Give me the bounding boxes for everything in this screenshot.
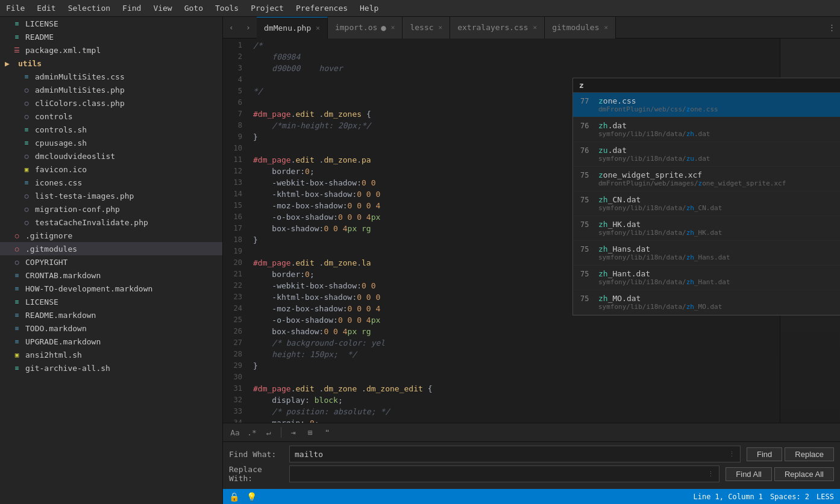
replace-input[interactable] — [290, 470, 702, 479]
replace-button[interactable]: Replace — [785, 447, 834, 461]
sidebar-item-gitignore[interactable]: ○ .gitignore — [0, 229, 222, 242]
tab-nav-next[interactable]: › — [240, 17, 257, 39]
tabs-overflow-btn[interactable]: ⋮ — [823, 17, 840, 39]
sidebar-item-ansi2html[interactable]: ▣ ansi2html.sh — [0, 348, 222, 361]
sidebar-item-adminMultiSites-css[interactable]: ≡ adminMultiSites.css — [0, 70, 222, 83]
menu-file[interactable]: File — [0, 1, 31, 15]
toolbar-btn-regex[interactable]: .* — [245, 425, 259, 440]
sidebar-item-todo-md[interactable]: ≡ TODO.markdown — [0, 322, 222, 335]
tab-extralayers-css[interactable]: extralayers.css ✕ — [450, 17, 545, 39]
menu-selection[interactable]: Selection — [62, 1, 116, 15]
find-button[interactable]: Find — [747, 447, 782, 461]
tab-close-btn[interactable]: ✕ — [391, 23, 395, 31]
sidebar-item-migration-conf[interactable]: ○ migration-conf.php — [0, 202, 222, 216]
tab-gitmodules[interactable]: gitmodules ✕ — [545, 17, 616, 39]
autocomplete-item[interactable]: 75 zh_Hant.dat symfony/lib/i18n/data/zh_… — [573, 266, 840, 290]
sidebar-item-git-archive[interactable]: ≡ git-archive-all.sh — [0, 361, 222, 375]
sidebar-folder-label: utils — [18, 59, 42, 68]
file-icon: ○ — [22, 113, 31, 120]
autocomplete-item[interactable]: 77 zone.css dmFrontPlugin/web/css/zone.c… — [573, 93, 840, 117]
sidebar-item-license[interactable]: ≡ LICENSE — [0, 17, 222, 30]
toolbar-btn-newline[interactable]: ↵ — [262, 425, 276, 440]
autocomplete-item[interactable]: 75 zh_Hans.dat symfony/lib/i18n/data/zh_… — [573, 241, 840, 266]
autocomplete-item[interactable]: 75 zh_HK.dat symfony/lib/i18n/data/zh_HK… — [573, 216, 840, 241]
sidebar-item-cliColors[interactable]: ○ cliColors.class.php — [0, 96, 222, 110]
ac-path: symfony/lib/i18n/data/zu.dat — [598, 155, 840, 163]
sidebar-item-list-testa[interactable]: ○ list-testa-images.php — [0, 189, 222, 202]
sidebar-item-dmcloudvideoslist[interactable]: ○ dmcloudvideoslist — [0, 149, 222, 163]
sidebar-item-license2[interactable]: ≡ LICENSE — [0, 295, 222, 308]
toolbar-btn-indent[interactable]: ⇥ — [286, 425, 301, 440]
tab-close-btn[interactable]: ✕ — [604, 23, 609, 31]
file-icon: ≡ — [22, 139, 31, 147]
find-action-options-btn[interactable]: ⋮ — [726, 448, 738, 460]
sidebar-item-testaCacheInvalidate[interactable]: ○ testaCacheInvalidate.php — [0, 216, 222, 229]
ac-count: 75 — [580, 195, 598, 204]
toolbar-btn-case[interactable]: Aa — [228, 425, 242, 440]
ac-count: 75 — [580, 220, 598, 229]
sidebar-item-favicon[interactable]: ▣ favicon.ico — [0, 163, 222, 176]
menu-edit[interactable]: Edit — [31, 1, 61, 15]
sidebar-item-label: dmcloudvideoslist — [35, 152, 115, 161]
sidebar-item-cpuusage[interactable]: ≡ cpuusage.sh — [0, 136, 222, 149]
cursor-position[interactable]: Line 1, Column 1 — [693, 493, 763, 501]
sidebar-item-copyright[interactable]: ○ COPYRIGHT — [0, 255, 222, 269]
sidebar-item-howto-md[interactable]: ≡ HOW-TO-development.markdown — [0, 282, 222, 295]
tab-close-btn[interactable]: ✕ — [316, 24, 320, 32]
spaces-info[interactable]: Spaces: 2 — [770, 493, 809, 501]
tab-label: import.os — [335, 23, 377, 32]
sidebar-item-icones-css[interactable]: ≡ icones.css — [0, 176, 222, 189]
sidebar-item-label: LICENSE — [25, 19, 58, 28]
sidebar-item-controls[interactable]: ○ controls — [0, 110, 222, 123]
tab-dmMenu-php[interactable]: dmMenu.php ✕ — [257, 17, 328, 39]
sidebar-item-package-xml[interactable]: ☰ package.xml.tmpl — [0, 43, 222, 57]
menu-tools[interactable]: Tools — [209, 1, 245, 15]
tab-lessc[interactable]: lessc ✕ — [403, 17, 450, 39]
sidebar-item-label: controls.sh — [35, 125, 87, 134]
sidebar-item-readme[interactable]: ≡ README — [0, 30, 222, 43]
lock-icon[interactable]: 🔒 — [229, 492, 239, 502]
ac-count: 76 — [580, 121, 598, 130]
sidebar-item-crontab-md[interactable]: ≡ CRONTAB.markdown — [0, 269, 222, 282]
tab-close-btn[interactable]: ✕ — [533, 23, 538, 31]
ac-count: 77 — [580, 96, 598, 105]
menu-preferences[interactable]: Preferences — [290, 1, 354, 15]
menu-help[interactable]: Help — [354, 1, 384, 15]
sidebar-folder-utils[interactable]: ▶ utils — [0, 57, 222, 70]
autocomplete-item[interactable]: 76 zh.dat symfony/lib/i18n/data/zh.dat — [573, 117, 840, 142]
tab-close-btn[interactable]: ✕ — [439, 23, 443, 31]
toolbar-btn-grid[interactable]: ⊞ — [303, 425, 318, 440]
find-all-button[interactable]: Find All — [726, 467, 772, 481]
tab-import-os[interactable]: import.os ● ✕ — [328, 17, 403, 39]
toolbar-divider — [281, 427, 281, 438]
menu-goto[interactable]: Goto — [178, 1, 209, 15]
menu-find[interactable]: Find — [116, 1, 147, 15]
file-icon: ≡ — [12, 338, 22, 346]
menu-project[interactable]: Project — [245, 1, 290, 15]
light-icon[interactable]: 💡 — [246, 492, 257, 502]
replace-all-button[interactable]: Replace All — [774, 467, 834, 481]
sidebar-item-adminMultiSites-php[interactable]: ○ adminMultiSites.php — [0, 83, 222, 96]
file-icon: ≡ — [22, 126, 31, 134]
language-indicator[interactable]: LESS — [816, 493, 834, 501]
autocomplete-item[interactable]: 75 zone_widget_sprite.xcf dmFrontPlugin/… — [573, 167, 840, 191]
tab-nav-prev[interactable]: ‹ — [223, 17, 240, 39]
sidebar-item-upgrade-md[interactable]: ≡ UPGRADE.markdown — [0, 335, 222, 348]
replace-action-options-btn[interactable]: ⋮ — [704, 468, 716, 480]
sidebar-item-controls-sh[interactable]: ≡ controls.sh — [0, 123, 222, 136]
menu-view[interactable]: View — [147, 1, 178, 15]
autocomplete-item[interactable]: 75 zh_CN.dat symfony/lib/i18n/data/zh_CN… — [573, 191, 840, 216]
ac-filename: zone.css — [598, 96, 840, 105]
sidebar-item-readme-md[interactable]: ≡ README.markdown — [0, 308, 222, 322]
file-icon: ○ — [22, 205, 31, 213]
toolbar-btn-quote[interactable]: ❝ — [320, 425, 334, 440]
sidebar-item-label: COPYRIGHT — [25, 258, 67, 267]
sidebar-item-label: testaCacheInvalidate.php — [35, 218, 148, 227]
find-all-buttons: Find All Replace All — [726, 467, 834, 481]
autocomplete-item[interactable]: 76 zu.dat symfony/lib/i18n/data/zu.dat — [573, 142, 840, 167]
file-icon: ▣ — [22, 166, 31, 173]
ac-filename: zh_HK.dat — [598, 220, 840, 229]
sidebar-item-gitmodules[interactable]: ○ .gitmodules — [0, 242, 222, 255]
find-input[interactable] — [290, 450, 723, 459]
autocomplete-item[interactable]: 75 zh_MO.dat symfony/lib/i18n/data/zh_MO… — [573, 290, 840, 315]
